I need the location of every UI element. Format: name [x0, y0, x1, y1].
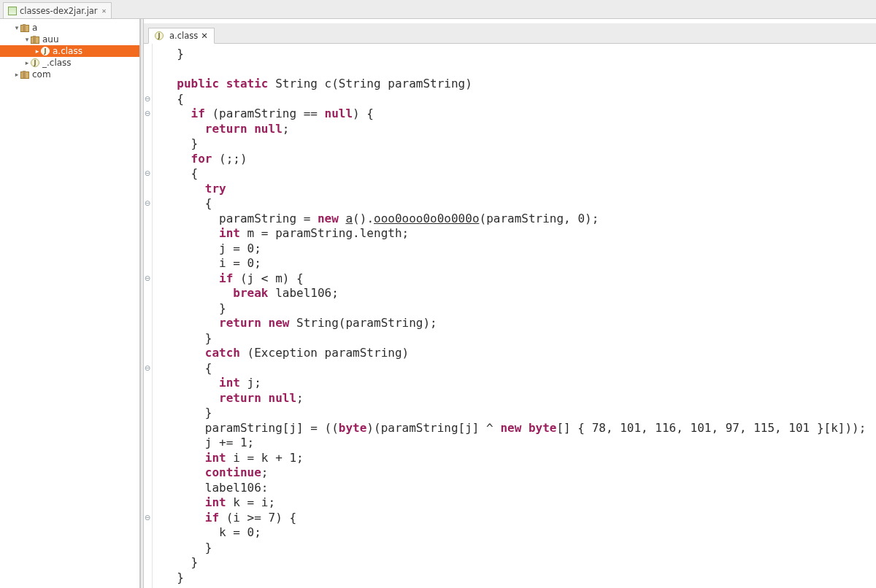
gutter-blank — [144, 77, 151, 92]
gutter-blank — [144, 286, 151, 301]
tree-node[interactable]: ▾a — [0, 22, 139, 34]
gutter-blank — [144, 421, 151, 436]
close-icon[interactable]: ✕ — [101, 7, 107, 15]
close-icon[interactable]: ✕ — [201, 31, 208, 41]
gutter-blank — [144, 481, 151, 496]
class-icon: J — [41, 47, 50, 55]
tree-node[interactable]: ▸com — [0, 69, 139, 80]
tree-node[interactable]: ▾auu — [0, 34, 139, 45]
fold-toggle-icon[interactable] — [144, 361, 151, 376]
gutter-blank — [144, 136, 151, 152]
expand-arrow-icon[interactable]: ▸ — [34, 47, 41, 55]
gutter-blank — [144, 212, 151, 227]
gutter-blank — [144, 406, 151, 421]
window-tab-jar[interactable]: classes-dex2jar.jar ✕ — [3, 2, 112, 18]
fold-toggle-icon[interactable] — [144, 271, 151, 287]
tree-node-label: _.class — [42, 58, 72, 68]
gutter-blank — [144, 182, 151, 197]
gutter-blank — [144, 570, 151, 586]
package-icon — [31, 36, 39, 43]
gutter-blank — [144, 301, 151, 317]
editor-body: } public static String c(String paramStr… — [144, 44, 876, 588]
gutter-blank — [144, 451, 151, 466]
tree-node-label: a — [32, 23, 37, 33]
gutter-blank — [144, 331, 151, 347]
gutter-blank — [144, 465, 151, 481]
source-code[interactable]: } public static String c(String paramStr… — [153, 44, 866, 588]
gutter-blank — [144, 376, 151, 391]
editor-tab-label: a.class — [169, 31, 198, 41]
window-tab-label: classes-dex2jar.jar — [20, 6, 98, 16]
package-icon — [20, 71, 29, 78]
tree-node-label: a.class — [53, 46, 82, 56]
package-tree[interactable]: ▾a▾auu▸Ja.class▸J_.class▸com — [0, 19, 140, 588]
gutter-blank — [144, 152, 151, 167]
class-icon: J — [31, 58, 39, 67]
fold-gutter[interactable] — [144, 44, 153, 588]
fold-toggle-icon[interactable] — [144, 107, 151, 122]
gutter-blank — [144, 47, 151, 62]
gutter-blank — [144, 346, 151, 361]
window-tabbar: classes-dex2jar.jar ✕ — [0, 0, 876, 19]
gutter-blank — [144, 122, 151, 137]
gutter-blank — [144, 256, 151, 271]
expand-arrow-icon[interactable]: ▸ — [23, 59, 31, 66]
gutter-blank — [144, 241, 151, 257]
gutter-blank — [144, 436, 151, 451]
expand-arrow-icon[interactable]: ▸ — [13, 71, 20, 78]
expand-arrow-icon[interactable]: ▾ — [23, 36, 31, 43]
gutter-blank — [144, 226, 151, 241]
tree-node-label: com — [32, 69, 51, 80]
gutter-blank — [144, 316, 151, 331]
gutter-blank — [144, 495, 151, 511]
tree-node[interactable]: ▸Ja.class — [0, 45, 139, 57]
fold-toggle-icon[interactable] — [144, 196, 151, 212]
fold-toggle-icon[interactable] — [144, 166, 151, 182]
expand-arrow-icon[interactable]: ▾ — [13, 24, 20, 31]
gutter-blank — [144, 555, 151, 570]
fold-toggle-icon[interactable] — [144, 92, 151, 107]
package-icon — [20, 24, 29, 31]
editor-area: J a.class ✕ } public static String c(Str… — [144, 19, 876, 588]
class-icon: J — [155, 31, 164, 40]
editor-tabbar: J a.class ✕ — [144, 23, 876, 44]
tree-node-label: auu — [42, 34, 59, 45]
gutter-blank — [144, 541, 151, 556]
workspace: ▾a▾auu▸Ja.class▸J_.class▸com J a.class ✕… — [0, 19, 876, 588]
fold-toggle-icon[interactable] — [144, 511, 151, 526]
jar-icon — [8, 7, 17, 15]
gutter-blank — [144, 525, 151, 541]
gutter-blank — [144, 391, 151, 406]
tree-node[interactable]: ▸J_.class — [0, 57, 139, 69]
gutter-blank — [144, 62, 151, 77]
editor-tab-aclass[interactable]: J a.class ✕ — [148, 28, 215, 44]
